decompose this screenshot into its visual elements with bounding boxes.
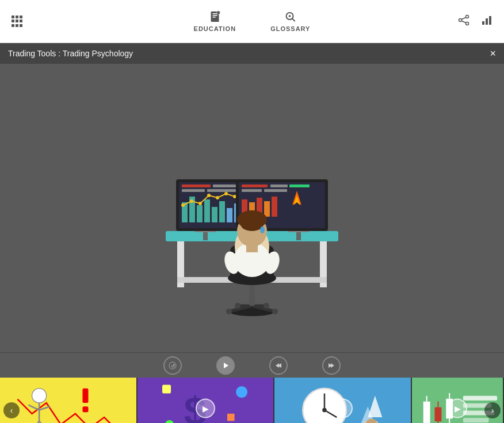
svg-rect-102 [227, 414, 235, 421]
svg-point-11 [459, 18, 462, 21]
svg-rect-34 [227, 208, 232, 222]
svg-point-61 [229, 307, 275, 316]
back-button[interactable] [269, 356, 288, 375]
svg-rect-1 [212, 13, 217, 14]
svg-point-67 [272, 309, 278, 314]
svg-rect-50 [270, 184, 288, 187]
education-nav-item[interactable]: EDUCATION [194, 10, 236, 32]
svg-rect-5 [217, 12, 219, 14]
svg-line-14 [461, 21, 466, 23]
svg-rect-115 [423, 402, 430, 423]
grid-menu-icon[interactable] [12, 16, 23, 27]
svg-point-81 [260, 226, 265, 233]
svg-rect-53 [264, 189, 287, 192]
svg-point-10 [466, 15, 469, 18]
svg-text:↺: ↺ [171, 363, 175, 368]
education-label: EDUCATION [194, 25, 236, 32]
share-icon[interactable] [458, 14, 469, 29]
svg-point-90 [32, 389, 47, 403]
svg-rect-43 [182, 184, 211, 187]
svg-point-41 [224, 192, 228, 195]
svg-rect-45 [182, 189, 205, 192]
forward-button[interactable] [322, 356, 341, 375]
svg-rect-52 [242, 189, 262, 192]
glossary-label: GLOSSARY [270, 25, 310, 32]
top-navigation: EDUCATION GLOSSARY [0, 0, 504, 43]
svg-rect-119 [437, 402, 438, 407]
svg-rect-96 [82, 389, 88, 403]
svg-point-38 [198, 202, 202, 205]
svg-marker-84 [224, 363, 228, 368]
thumbnail-item-1[interactable]: Trading Psychology [0, 378, 138, 423]
svg-rect-2 [212, 15, 217, 16]
svg-rect-127 [463, 418, 488, 422]
svg-point-69 [264, 303, 269, 309]
svg-line-7 [292, 19, 295, 22]
glossary-nav-item[interactable]: GLOSSARY [270, 10, 310, 32]
svg-rect-3 [212, 17, 215, 18]
svg-rect-31 [204, 199, 210, 222]
svg-rect-89 [10, 378, 126, 423]
svg-rect-123 [449, 418, 450, 423]
svg-rect-124 [463, 396, 497, 401]
nav-center: EDUCATION GLOSSARY [194, 10, 311, 32]
svg-rect-80 [246, 245, 258, 252]
svg-rect-44 [213, 184, 236, 187]
thumbnail-item-3[interactable]: ▶ Market Analysis [274, 378, 412, 423]
svg-rect-118 [435, 407, 442, 422]
thumbnail-strip: ‹ Trading Psychology [0, 378, 504, 423]
svg-point-37 [190, 199, 193, 203]
svg-rect-100 [162, 385, 171, 394]
svg-rect-17 [489, 16, 491, 25]
glossary-icon [284, 10, 297, 23]
svg-rect-16 [486, 18, 488, 25]
education-icon [208, 10, 221, 23]
thumb3-play[interactable]: ▶ [333, 398, 353, 418]
svg-line-13 [461, 17, 466, 20]
thumbnail-item-2[interactable]: $ ▶ Capital Management [138, 378, 275, 423]
svg-rect-15 [482, 21, 484, 25]
svg-rect-32 [212, 207, 217, 222]
play-button[interactable] [216, 356, 235, 375]
thumb2-play[interactable]: ▶ [196, 398, 215, 418]
svg-point-39 [207, 194, 211, 197]
nav-left [12, 16, 23, 27]
nav-right [458, 14, 492, 29]
thumb4-play[interactable]: ▶ [448, 398, 467, 418]
svg-rect-49 [242, 184, 268, 187]
svg-point-66 [226, 309, 232, 314]
controls-bar: ↺ [0, 352, 504, 378]
close-button[interactable]: × [490, 48, 496, 59]
svg-point-68 [235, 303, 240, 309]
svg-rect-116 [426, 396, 427, 402]
trader-illustration [114, 87, 390, 329]
svg-rect-122 [449, 393, 450, 399]
strip-next-button[interactable]: › [484, 402, 501, 418]
svg-rect-46 [207, 189, 236, 192]
svg-point-12 [466, 22, 469, 25]
modal-title: Trading Tools : Trading Psychology [8, 49, 133, 58]
svg-point-40 [216, 196, 219, 199]
svg-point-36 [181, 203, 185, 207]
video-area [0, 64, 504, 352]
svg-rect-30 [197, 205, 203, 222]
svg-rect-97 [82, 406, 88, 412]
svg-rect-51 [289, 184, 310, 187]
strip-prev-button[interactable]: ‹ [3, 402, 20, 418]
modal-header: Trading Tools : Trading Psychology × [0, 43, 504, 64]
svg-point-101 [236, 386, 247, 398]
rewind-button[interactable]: ↺ [163, 356, 182, 375]
chart-icon[interactable] [481, 14, 492, 29]
svg-rect-57 [264, 201, 270, 217]
svg-rect-58 [272, 197, 277, 217]
svg-rect-33 [219, 201, 225, 222]
svg-point-79 [240, 217, 264, 231]
